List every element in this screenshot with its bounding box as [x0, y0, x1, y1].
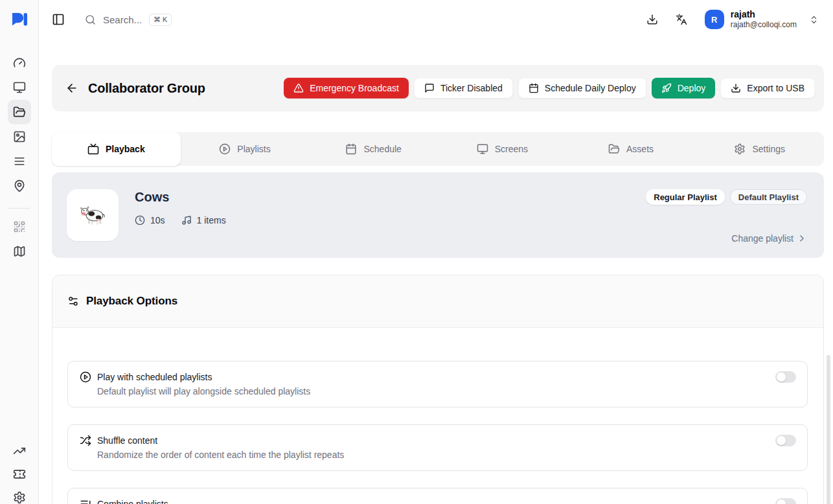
- option-shuffle-content: Shuffle content Randomize the order of c…: [67, 424, 808, 471]
- ticker-disabled-button[interactable]: Ticker Disabled: [414, 78, 513, 98]
- change-playlist-link[interactable]: Change playlist: [731, 233, 807, 244]
- gauge-icon: [13, 56, 26, 69]
- emergency-broadcast-button[interactable]: Emergency Broadcast: [284, 78, 409, 98]
- avatar: R: [705, 10, 724, 29]
- toggle-play-with-scheduled[interactable]: [775, 371, 796, 383]
- map-icon: [13, 245, 26, 258]
- playback-options-title: Playback Options: [86, 295, 177, 308]
- tab-bar: Playback Playlists Schedule Screens Asse…: [52, 132, 824, 166]
- folder-open-icon: [13, 106, 26, 119]
- gear-icon: [734, 143, 746, 155]
- playlist-info: Cows 10s 1 items: [135, 189, 226, 244]
- alert-triangle-icon: [293, 83, 304, 93]
- option-text: Combine playlists: [97, 498, 168, 504]
- page-header: Collaborator Group Emergency Broadcast T…: [52, 65, 824, 111]
- calendar-icon: [529, 83, 539, 93]
- download-icon: [731, 83, 741, 93]
- brand-icon: [10, 12, 28, 27]
- option-description: Default playlist will play alongside sch…: [97, 386, 310, 397]
- music-note-icon: [181, 215, 192, 225]
- tab-settings[interactable]: Settings: [695, 132, 824, 166]
- playlist-thumbnail: [67, 189, 119, 241]
- playlist-meta: 10s 1 items: [135, 215, 226, 225]
- tab-playback[interactable]: Playback: [52, 132, 181, 166]
- option-description: Randomize the order of content each time…: [97, 450, 344, 461]
- monitor-icon: [13, 81, 26, 94]
- search-placeholder: Search...: [103, 14, 142, 25]
- shuffle-icon: [80, 435, 91, 446]
- sidebar-item-analytics[interactable]: [8, 439, 31, 463]
- tab-schedule[interactable]: Schedule: [309, 132, 438, 166]
- list-end-icon: [80, 498, 91, 504]
- toggle-knob: [777, 372, 786, 382]
- calendar-icon: [345, 143, 357, 155]
- playlist-card: Cows 10s 1 items Regular Playlist: [52, 172, 824, 258]
- search-shortcut-badge: ⌘ K: [149, 14, 172, 26]
- sidebar-item-playlists[interactable]: [8, 149, 31, 174]
- top-bar: Search... ⌘ K R rajath rajath@colloqi.co…: [39, 0, 833, 39]
- sidebar-item-licenses[interactable]: [8, 463, 31, 486]
- option-title: Shuffle content: [97, 435, 344, 446]
- toggle-knob: [777, 499, 786, 504]
- languages-icon[interactable]: [676, 14, 687, 25]
- toggle-combine-playlists[interactable]: [775, 498, 796, 504]
- folder-open-icon: [608, 143, 620, 155]
- sidebar-item-screens[interactable]: [8, 75, 31, 100]
- sidebar-item-qr-codes[interactable]: [8, 214, 31, 239]
- sidebar-toggle-icon[interactable]: [52, 13, 65, 26]
- sidebar-item-maps[interactable]: [8, 239, 31, 264]
- download-icon[interactable]: [646, 14, 658, 25]
- search-input[interactable]: Search... ⌘ K: [85, 14, 172, 26]
- chevrons-up-down-icon: [809, 15, 819, 25]
- user-menu[interactable]: R rajath rajath@colloqi.com: [705, 9, 819, 30]
- header-actions: Emergency Broadcast Ticker Disabled Sche…: [284, 78, 815, 98]
- badge-default-playlist: Default Playlist: [730, 189, 807, 205]
- toggle-shuffle-content[interactable]: [775, 435, 796, 446]
- playlist-duration: 10s: [135, 215, 165, 225]
- page-title: Collaborator Group: [88, 81, 205, 96]
- tv-icon: [87, 143, 99, 155]
- circle-play-icon: [80, 371, 91, 383]
- trending-up-icon: [13, 444, 26, 457]
- export-to-usb-button[interactable]: Export to USB: [720, 78, 815, 98]
- playback-options-card: Playback Options Play with scheduled pla…: [52, 275, 824, 504]
- playlist-item-count: 1 items: [181, 215, 226, 225]
- playlist-card-right: Regular Playlist Default Playlist Change…: [646, 189, 807, 244]
- badge-regular-playlist: Regular Playlist: [646, 189, 725, 205]
- qr-code-icon: [13, 220, 26, 233]
- main-content: Collaborator Group Emergency Broadcast T…: [39, 39, 833, 504]
- menu-icon: [13, 155, 26, 168]
- option-text: Shuffle content Randomize the order of c…: [97, 435, 344, 461]
- sidebar-nav: [8, 51, 31, 264]
- sidebar-item-dashboard[interactable]: [8, 51, 31, 75]
- option-play-with-scheduled: Play with scheduled playlists Default pl…: [67, 361, 808, 407]
- deploy-button[interactable]: Deploy: [652, 78, 716, 98]
- sidebar-bottom: [8, 439, 31, 504]
- ticket-icon: [13, 468, 26, 481]
- tab-playlists[interactable]: Playlists: [181, 132, 310, 166]
- option-text: Play with scheduled playlists Default pl…: [97, 371, 310, 397]
- user-info: rajath rajath@colloqi.com: [731, 9, 797, 30]
- app-logo[interactable]: [0, 0, 38, 39]
- monitor-icon: [477, 143, 488, 155]
- tab-screens[interactable]: Screens: [438, 132, 567, 166]
- toggle-knob: [777, 436, 786, 445]
- user-name: rajath: [731, 9, 797, 21]
- sidebar-item-settings[interactable]: [8, 486, 31, 504]
- vertical-scrollbar[interactable]: [827, 355, 830, 504]
- cow-image: [77, 203, 108, 227]
- back-arrow-icon[interactable]: [65, 82, 78, 95]
- sliders-icon: [67, 295, 79, 307]
- schedule-daily-deploy-button[interactable]: Schedule Daily Deploy: [518, 78, 646, 98]
- sidebar-item-media[interactable]: [8, 124, 31, 149]
- tab-assets[interactable]: Assets: [567, 132, 696, 166]
- clock-icon: [135, 215, 145, 225]
- sidebar-item-locations[interactable]: [8, 174, 31, 198]
- option-combine-playlists: Combine playlists: [67, 488, 808, 504]
- image-icon: [13, 130, 26, 143]
- sidebar-divider: [8, 208, 30, 209]
- sidebar-item-groups[interactable]: [8, 100, 31, 124]
- user-email: rajath@colloqi.com: [731, 20, 797, 30]
- map-pin-icon: [13, 179, 26, 192]
- playlist-badges: Regular Playlist Default Playlist: [646, 189, 807, 205]
